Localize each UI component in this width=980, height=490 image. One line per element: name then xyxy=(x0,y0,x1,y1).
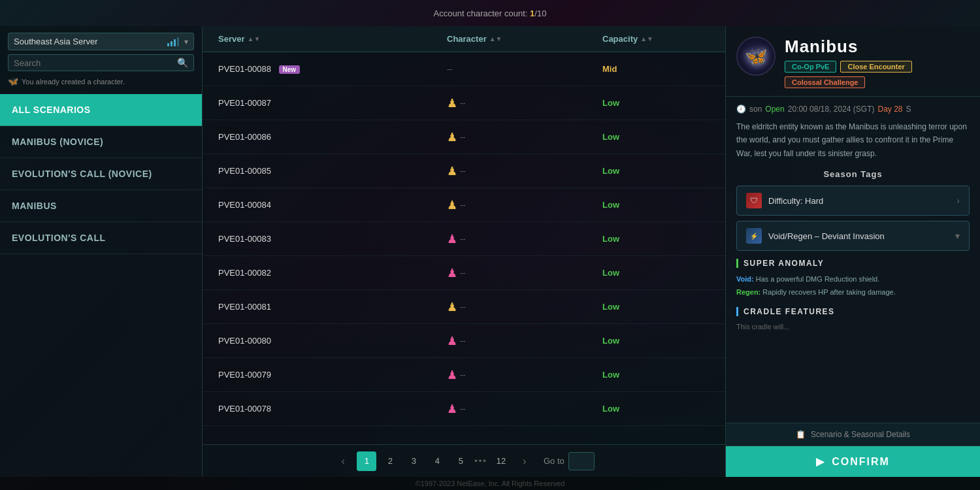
nav-items: ALL SCENARIOS MANIBUS (NOVICE) EVOLUTION… xyxy=(0,91,202,477)
player-icon: ♟ xyxy=(447,130,457,144)
character-sort-icon: ▲▼ xyxy=(489,35,502,42)
player-icon: ♟ xyxy=(447,198,457,212)
cell-character: ♟ -- xyxy=(442,261,597,286)
scenario-name: Manibus xyxy=(785,37,970,57)
account-info: Account character count: 1/10 xyxy=(434,8,547,18)
sidebar-item-manibus-novice[interactable]: MANIBUS (NOVICE) xyxy=(0,126,202,158)
goto-label: Go to xyxy=(544,456,564,466)
table-row[interactable]: PVE01-00084 ♟ -- Low xyxy=(203,188,725,222)
void-regen-row[interactable]: ⚡ Void/Regen – Deviant Invasion ▾ xyxy=(736,221,970,251)
cell-server-name: PVE01-00078 xyxy=(213,399,442,419)
scenario-header: 🦋 Manibus Co-Op PvE Close Encounter Colo… xyxy=(726,26,980,97)
cell-server-name: PVE01-00088 New xyxy=(213,59,442,79)
table-body: PVE01-00088 New -- Mid PVE01-00087 ♟ -- … xyxy=(203,52,725,444)
search-icon: 🔍 xyxy=(177,57,188,68)
dropdown-chevron-icon: ▾ xyxy=(184,37,188,46)
table-row[interactable]: PVE01-00080 ♟ -- Low xyxy=(203,324,725,358)
player-icon: ♟ xyxy=(447,266,457,280)
cradle-features-title: CRADLE FEATURES xyxy=(736,307,970,316)
void-desc: Has a powerful DMG Reduction shield. xyxy=(756,275,880,283)
sidebar-item-evolutions-call[interactable]: EVOLUTION'S CALL xyxy=(0,222,202,254)
schedule-time: 20:00 08/18, 2024 (SGT) xyxy=(788,105,875,114)
header-capacity[interactable]: Capacity ▲▼ xyxy=(597,26,715,52)
page-3-button[interactable]: 3 xyxy=(404,451,423,471)
prev-page-button[interactable]: ‹ xyxy=(333,451,353,471)
table-row[interactable]: PVE01-00087 ♟ -- Low xyxy=(203,86,725,120)
account-max: 10 xyxy=(537,8,546,18)
new-badge: New xyxy=(279,65,301,74)
char-dash: -- xyxy=(460,200,466,210)
clock-icon: 🕗 xyxy=(736,105,746,114)
player-icon: ♟ xyxy=(447,164,457,178)
table-row[interactable]: PVE01-00088 New -- Mid xyxy=(203,52,725,86)
header-server[interactable]: Server ▲▼ xyxy=(213,26,442,52)
player-icon: ♟ xyxy=(447,334,457,348)
void-icon: ⚡ xyxy=(746,228,762,244)
cell-capacity: Mid xyxy=(597,59,715,79)
cell-server-name: PVE01-00085 xyxy=(213,161,442,181)
top-bar: Account character count: 1/10 xyxy=(0,0,980,26)
header-capacity-label: Capacity xyxy=(602,34,638,44)
char-dash: -- xyxy=(460,132,466,142)
anomaly-text: Void: Has a powerful DMG Reduction shiel… xyxy=(736,273,970,299)
cell-server-name: PVE01-00081 xyxy=(213,297,442,317)
search-input[interactable] xyxy=(14,58,173,68)
char-dash: -- xyxy=(460,234,466,244)
cell-capacity: Low xyxy=(597,331,715,351)
regen-word: Regen: xyxy=(736,288,760,296)
next-page-button[interactable]: › xyxy=(515,451,534,471)
cell-character: ♟ -- xyxy=(442,125,597,150)
table-row[interactable]: PVE01-00082 ♟ -- Low xyxy=(203,256,725,290)
header-character[interactable]: Character ▲▼ xyxy=(442,26,597,52)
player-icon: ♟ xyxy=(447,402,457,416)
cell-capacity: Low xyxy=(597,195,715,215)
cell-capacity: Low xyxy=(597,93,715,113)
server-select-area: Southeast Asia Server ▾ xyxy=(0,26,202,54)
schedule-day: Day 28 xyxy=(877,105,902,114)
cell-character: ♟ -- xyxy=(442,227,597,252)
char-dash: -- xyxy=(460,166,466,176)
details-label: Scenario & Seasonal Details xyxy=(811,430,910,439)
details-button[interactable]: 📋 Scenario & Seasonal Details xyxy=(726,423,980,446)
player-icon: ♟ xyxy=(447,232,457,246)
butterfly-icon: 🦋 xyxy=(8,76,18,86)
goto-input[interactable] xyxy=(568,452,595,470)
nav-label-evolutions: EVOLUTION'S CALL xyxy=(12,233,106,243)
server-dropdown[interactable]: Southeast Asia Server ▾ xyxy=(8,33,194,50)
page-2-button[interactable]: 2 xyxy=(380,451,400,471)
cell-capacity: Low xyxy=(597,263,715,283)
char-dash: -- xyxy=(460,336,466,346)
confirm-label: CONFIRM xyxy=(832,456,890,468)
sidebar: Southeast Asia Server ▾ 🔍 xyxy=(0,26,203,477)
account-current: 1 xyxy=(530,8,534,18)
table-row[interactable]: PVE01-00078 ♟ -- Low xyxy=(203,392,725,426)
regen-desc: Rapidly recovers HP after taking damage. xyxy=(762,288,895,296)
table-row[interactable]: PVE01-00083 ♟ -- Low xyxy=(203,222,725,256)
search-box[interactable]: 🔍 xyxy=(8,54,194,71)
difficulty-row[interactable]: 🛡 Difficulty: Hard › xyxy=(736,186,970,216)
table-row[interactable]: PVE01-00085 ♟ -- Low xyxy=(203,154,725,188)
schedule-prefix: son xyxy=(749,105,762,114)
table-row[interactable]: PVE01-00086 ♟ -- Low xyxy=(203,120,725,154)
table-row[interactable]: PVE01-00079 ♟ -- Low xyxy=(203,358,725,392)
sidebar-item-evolutions-call-novice[interactable]: EVOLUTION'S CALL (NOVICE) xyxy=(0,158,202,190)
page-1-button[interactable]: 1 xyxy=(357,451,376,471)
confirm-button[interactable]: ▶ CONFIRM xyxy=(726,446,980,477)
page-4-button[interactable]: 4 xyxy=(427,451,447,471)
cell-character: ♟ -- xyxy=(442,193,597,218)
right-panel: 🦋 Manibus Co-Op PvE Close Encounter Colo… xyxy=(725,26,980,477)
sidebar-item-all-scenarios[interactable]: ALL SCENARIOS xyxy=(0,94,202,126)
cell-character: ♟ -- xyxy=(442,159,597,184)
scenario-description: The eldritch entity known as the Manibus… xyxy=(736,120,970,160)
tag-colossal: Colossal Challenge xyxy=(785,76,865,88)
page-12-button[interactable]: 12 xyxy=(491,451,511,471)
sidebar-item-manibus[interactable]: MANIBUS xyxy=(0,190,202,222)
difficulty-icon: 🛡 xyxy=(746,193,762,208)
nav-label-manibus: MANIBUS xyxy=(12,201,57,211)
table-row[interactable]: PVE01-00081 ♟ -- Low xyxy=(203,290,725,324)
cell-server-name: PVE01-00079 xyxy=(213,365,442,385)
char-dash: -- xyxy=(460,98,466,108)
cell-capacity: Low xyxy=(597,297,715,317)
pagination: ‹ 1 2 3 4 5 ••• 12 › Go to xyxy=(203,444,725,477)
page-5-button[interactable]: 5 xyxy=(451,451,470,471)
